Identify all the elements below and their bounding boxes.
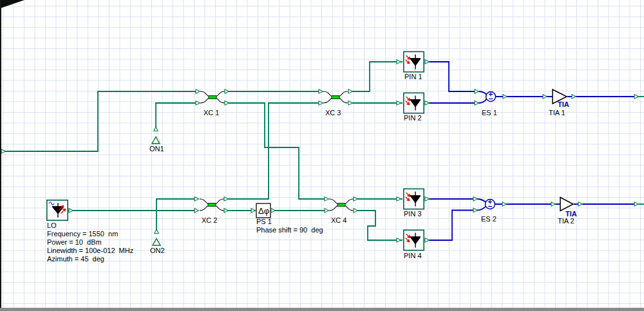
component-es2[interactable]	[486, 200, 495, 209]
wire-pin4-to-es2[interactable]	[425, 207, 486, 241]
es2-label: ES 2	[481, 215, 497, 223]
port-icon	[225, 90, 229, 93]
on2-triangle-icon	[153, 239, 160, 246]
port-icon	[543, 95, 547, 99]
es1-label: ES 1	[482, 109, 497, 117]
port-icon	[154, 127, 158, 131]
port-icon	[1, 149, 6, 153]
ps1-symbol: Δφ	[258, 206, 269, 216]
component-tia2[interactable]: TIA	[560, 198, 577, 218]
port-icon	[194, 209, 199, 212]
port-icon	[397, 197, 401, 201]
on1-triangle-icon	[152, 137, 160, 144]
port-icon	[251, 209, 256, 212]
canvas-corner-wedge	[0, 0, 24, 8]
port-icon	[354, 209, 358, 212]
wires	[0, 62, 644, 240]
xc4-label: XC 4	[331, 216, 346, 224]
wire-on2-to-xc2[interactable]	[156, 199, 195, 230]
component-xc4[interactable]	[329, 199, 354, 211]
port-icon	[473, 208, 478, 212]
wire-xc2-to-xc3[interactable]	[224, 103, 319, 199]
pin3-label: PIN 3	[404, 210, 422, 218]
port-icon	[473, 197, 478, 201]
tia2-amp-icon	[560, 198, 573, 211]
component-pin1[interactable]	[404, 52, 424, 71]
on1-label: ON1	[149, 145, 164, 153]
labels: LO Frequency = 1550 nm Power = 10 dBm Li…	[47, 73, 574, 263]
port-icon	[425, 60, 430, 64]
component-on1[interactable]	[152, 137, 160, 144]
port-icon	[271, 209, 276, 212]
port-icon	[502, 202, 507, 206]
tia1-label: TIA 1	[549, 109, 565, 117]
bottom-scroll-edge	[0, 308, 644, 311]
schematic-canvas[interactable]: Δφ TIA TIA LO Frequency = 1550 nm Power …	[0, 0, 644, 311]
port-icon	[425, 238, 430, 242]
component-es1[interactable]	[486, 92, 496, 102]
port-icon	[196, 90, 200, 93]
component-pin4[interactable]	[404, 230, 424, 250]
wire-on1-to-xc1[interactable]	[156, 103, 196, 127]
pin4-label: PIN 4	[404, 252, 422, 259]
lo-param-azimuth: Azimuth = 45 deg	[47, 255, 104, 263]
lo-param-linewidth: Linewidth = 100e-012 MHz	[47, 247, 133, 254]
component-xc3[interactable]	[323, 91, 348, 103]
component-pin3[interactable]	[404, 189, 424, 209]
port-icon	[425, 101, 430, 105]
tia2-label: TIA 2	[558, 217, 574, 225]
port-icon	[475, 90, 479, 93]
port-icon	[348, 90, 353, 93]
port-icon	[224, 197, 229, 201]
port-icon	[397, 60, 401, 64]
component-pin2[interactable]	[404, 93, 424, 113]
on2-label: ON2	[150, 247, 165, 254]
port-icon	[551, 202, 556, 206]
tia1-badge: TIA	[558, 100, 569, 108]
ps1-label: PS 1	[256, 218, 272, 225]
port-icon	[224, 209, 229, 212]
port-icon	[475, 101, 479, 105]
lo-param-power: Power = 10 dBm	[47, 238, 102, 246]
port-icon	[572, 95, 576, 99]
wire-input-to-xc1[interactable]	[0, 91, 196, 151]
wire-xc4-to-pin4[interactable]	[354, 211, 402, 240]
port-icon	[319, 101, 323, 105]
ps1-param: Phase shift = 90 deg	[256, 226, 323, 234]
port-icon	[325, 209, 329, 212]
port-icon	[155, 229, 158, 234]
port-icon	[634, 95, 639, 99]
port-icon	[397, 238, 401, 242]
port-icon	[319, 90, 323, 93]
port-icon	[194, 197, 199, 201]
pin2-label: PIN 2	[404, 114, 422, 122]
schematic-svg: Δφ TIA TIA LO Frequency = 1550 nm Power …	[0, 0, 644, 311]
port-icon	[325, 197, 329, 201]
port-icon	[225, 101, 229, 105]
port-icon	[348, 101, 353, 105]
port-icon	[69, 209, 73, 212]
component-xc2[interactable]	[200, 199, 224, 211]
port-icon	[425, 197, 430, 201]
component-lo[interactable]	[47, 200, 68, 220]
lo-label: LO	[47, 221, 57, 229]
wire-pin1-to-es1[interactable]	[425, 62, 487, 95]
port-icon	[634, 202, 639, 206]
xc1-label: XC 1	[204, 109, 219, 117]
component-ps1[interactable]: Δφ	[256, 203, 270, 218]
xc2-label: XC 2	[202, 216, 217, 224]
canvas-left-edge	[0, 0, 1, 308]
port-icon	[397, 101, 401, 105]
port-icon	[578, 202, 583, 206]
port-icon	[354, 197, 358, 201]
port-icon	[503, 95, 507, 99]
component-tia1[interactable]: TIA	[553, 90, 569, 108]
lo-param-frequency: Frequency = 1550 nm	[47, 230, 118, 238]
wire-xc1-to-xc4[interactable]	[225, 103, 325, 199]
wire-xc3-to-pin1[interactable]	[348, 62, 402, 91]
component-on2[interactable]	[153, 239, 160, 246]
xc3-label: XC 3	[325, 109, 341, 117]
pin1-label: PIN 1	[404, 73, 422, 80]
component-xc1[interactable]	[200, 91, 225, 103]
port-icon	[196, 101, 200, 105]
